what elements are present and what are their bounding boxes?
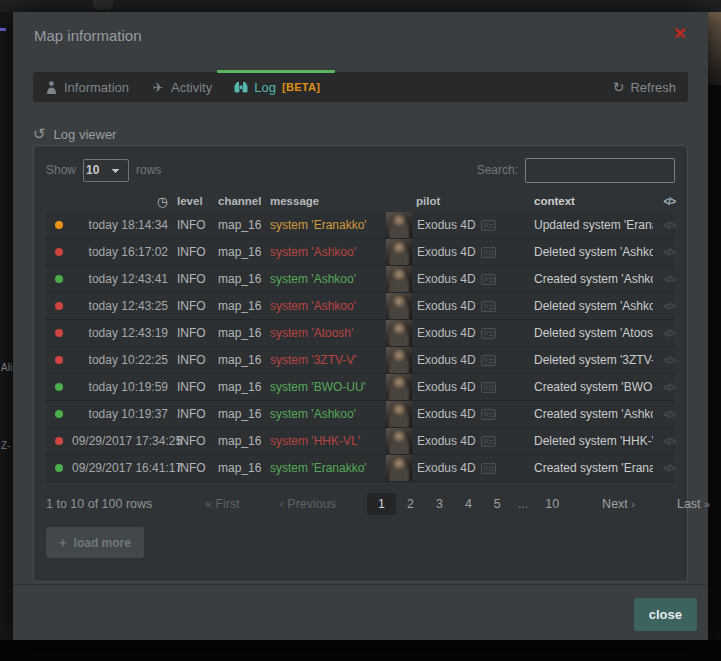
status-cell: [46, 275, 72, 283]
code-icon[interactable]: </>: [664, 247, 675, 258]
modal-close-icon[interactable]: ×: [674, 20, 686, 46]
refresh-icon: ↻: [613, 79, 625, 95]
pilot-name: Exodus 4D: [417, 353, 476, 367]
background-bottom-strip: [0, 640, 721, 661]
pagination-ellipsis: ...: [512, 493, 534, 515]
time-cell: 09/29/2017 16:41:17: [72, 461, 168, 475]
pilot-card-icon[interactable]: [481, 301, 496, 312]
pilot-avatar: [386, 320, 412, 346]
log-viewer-heading: ↺ Log viewer: [33, 125, 116, 143]
tab-activity-label: Activity: [171, 80, 212, 95]
background-system-label: Ali: [1, 362, 12, 373]
context-cell: Deleted system '3ZTV-V' #...: [534, 353, 653, 367]
pilot-name: Exodus 4D: [417, 461, 476, 475]
pilot-card-icon[interactable]: [481, 274, 496, 285]
code-icon[interactable]: </>: [664, 355, 675, 366]
code-icon[interactable]: </>: [664, 301, 675, 312]
code-icon[interactable]: </>: [664, 274, 675, 285]
refresh-button[interactable]: ↻ Refresh: [601, 72, 688, 102]
search-group: Search:: [477, 158, 675, 183]
level-cell: INFO: [168, 299, 218, 313]
pilot-card-icon[interactable]: [481, 328, 496, 339]
pagination-next[interactable]: Next ›: [592, 493, 645, 515]
header-context[interactable]: context: [534, 195, 653, 207]
time-cell: today 12:43:19: [72, 326, 168, 340]
header-level[interactable]: level: [168, 195, 218, 207]
pilot-avatar: [386, 266, 412, 292]
header-time-column: ◷: [72, 195, 168, 208]
status-dot: [55, 410, 63, 418]
tab-log[interactable]: Log [BETA]: [223, 72, 331, 102]
table-row: today 16:17:02 INFO map_16 system 'Ashko…: [46, 239, 675, 266]
pilot-avatar: [386, 347, 412, 373]
header-pilot[interactable]: pilot: [386, 195, 534, 207]
log-viewer-panel: Show 10 rows Search: ◷ level channel mes…: [33, 145, 688, 582]
pilot-cell: Exodus 4D: [386, 293, 534, 319]
pilot-card-icon[interactable]: [481, 382, 496, 393]
pagination-page-10[interactable]: 10: [534, 493, 570, 515]
header-message[interactable]: message: [270, 195, 386, 207]
pagination-first[interactable]: « First: [196, 493, 249, 515]
tab-activity[interactable]: ✈ Activity: [140, 72, 223, 102]
close-button[interactable]: close: [634, 598, 697, 631]
context-cell: Created system 'Ashkoo' ...: [534, 272, 653, 286]
table-row: 09/29/2017 17:34:25 INFO map_16 system '…: [46, 428, 675, 455]
pagination-page-1[interactable]: 1: [367, 493, 396, 515]
code-icon[interactable]: </>: [664, 463, 675, 474]
pilot-name: Exodus 4D: [417, 434, 476, 448]
binoculars-icon: [234, 80, 248, 94]
pagination-page-4[interactable]: 4: [454, 493, 483, 515]
pagination-previous[interactable]: ‹ Previous: [271, 493, 345, 515]
show-label: Show: [46, 163, 76, 177]
status-dot: [55, 437, 63, 445]
pilot-cell: Exodus 4D: [386, 239, 534, 265]
pilot-card-icon[interactable]: [481, 436, 496, 447]
level-cell: INFO: [168, 434, 218, 448]
search-label: Search:: [477, 163, 518, 177]
time-cell: today 16:17:02: [72, 245, 168, 259]
pilot-cell: Exodus 4D: [386, 212, 534, 238]
background-system-label: Z-: [1, 440, 10, 451]
page-size-select[interactable]: 10: [83, 159, 129, 182]
pagination-page-3[interactable]: 3: [425, 493, 454, 515]
code-icon[interactable]: </>: [664, 436, 675, 447]
tab-information[interactable]: Information: [33, 72, 140, 102]
map-information-modal: Map information × Information ✈ Activity…: [13, 12, 708, 640]
status-cell: [46, 464, 72, 472]
level-cell: INFO: [168, 272, 218, 286]
background-notch: [93, 0, 113, 10]
pilot-card-icon[interactable]: [481, 463, 496, 474]
pagination-page-5[interactable]: 5: [483, 493, 512, 515]
search-input[interactable]: [525, 158, 675, 183]
level-cell: INFO: [168, 407, 218, 421]
modal-title: Map information: [34, 27, 142, 44]
message-cell: system 'Ashkoo': [270, 272, 386, 286]
pilot-card-icon[interactable]: [481, 247, 496, 258]
code-icon[interactable]: </>: [664, 382, 675, 393]
pilot-avatar: [386, 428, 412, 454]
pagination-last[interactable]: Last »: [667, 493, 720, 515]
context-cell: Deleted system 'HHK-VL' ...: [534, 434, 653, 448]
plane-icon: ✈: [151, 80, 165, 94]
code-icon[interactable]: </>: [664, 220, 675, 231]
status-cell: [46, 383, 72, 391]
message-cell: system 'Eranakko': [270, 461, 386, 475]
pilot-card-icon[interactable]: [481, 355, 496, 366]
code-icon[interactable]: </>: [664, 409, 675, 420]
modal-header: Map information ×: [13, 12, 708, 58]
context-cell: Deleted system 'Ashkoo' ...: [534, 245, 653, 259]
channel-cell: map_16: [218, 272, 270, 286]
pilot-card-icon[interactable]: [481, 409, 496, 420]
pilot-avatar: [386, 374, 412, 400]
pagination-page-2[interactable]: 2: [396, 493, 425, 515]
channel-cell: map_16: [218, 245, 270, 259]
person-icon: [44, 80, 58, 94]
load-more-button[interactable]: + load more: [46, 527, 144, 558]
code-icon[interactable]: </>: [664, 328, 675, 339]
pilot-card-icon[interactable]: [481, 220, 496, 231]
header-code-column: </>: [653, 195, 675, 207]
pilot-cell: Exodus 4D: [386, 374, 534, 400]
pilot-name: Exodus 4D: [417, 299, 476, 313]
context-cell: Deleted system 'Ashkoo' ...: [534, 299, 653, 313]
header-channel[interactable]: channel: [218, 195, 270, 207]
